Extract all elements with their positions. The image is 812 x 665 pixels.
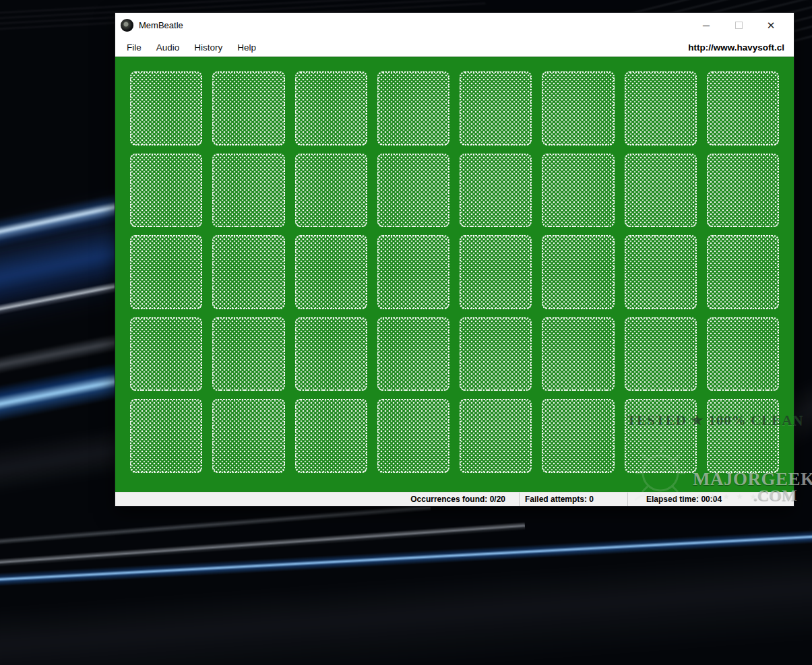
menu-file[interactable]: File xyxy=(119,42,149,53)
memory-card[interactable] xyxy=(377,317,449,391)
memory-card[interactable] xyxy=(130,154,202,228)
memory-card[interactable] xyxy=(295,71,367,146)
menu-items: File Audio History Help xyxy=(119,42,263,53)
memory-card[interactable] xyxy=(130,317,202,391)
memory-card[interactable] xyxy=(377,235,449,309)
memory-card[interactable] xyxy=(625,317,697,391)
window-title: MemBeatle xyxy=(139,20,183,30)
close-button[interactable]: ✕ xyxy=(755,13,787,38)
memory-card[interactable] xyxy=(460,71,532,146)
statusbar: Occurrences found: 0/20 Failed attempts:… xyxy=(115,492,794,506)
memory-card[interactable] xyxy=(377,399,449,473)
maximize-icon xyxy=(735,22,743,29)
memory-card[interactable] xyxy=(707,154,779,228)
memory-card[interactable] xyxy=(707,317,779,391)
occurrences-value: 0/20 xyxy=(490,495,505,504)
memory-card[interactable] xyxy=(130,399,202,473)
menu-help[interactable]: Help xyxy=(230,42,263,53)
wallpaper-streak xyxy=(0,528,812,588)
card-grid xyxy=(115,57,794,492)
memory-card[interactable] xyxy=(625,154,697,228)
memory-card[interactable] xyxy=(212,399,284,473)
menu-history[interactable]: History xyxy=(187,42,230,53)
memory-card[interactable] xyxy=(212,317,284,391)
memory-card[interactable] xyxy=(460,154,532,228)
memory-card[interactable] xyxy=(212,71,284,146)
memory-card[interactable] xyxy=(295,317,367,391)
wallpaper-streak xyxy=(0,522,525,573)
caption-controls: ─ ✕ xyxy=(690,13,787,38)
memory-card[interactable] xyxy=(625,71,697,146)
memory-card[interactable] xyxy=(212,154,284,228)
elapsed-label: Elapsed time: xyxy=(646,495,699,504)
memory-card[interactable] xyxy=(707,235,779,309)
website-link[interactable]: http://www.havysoft.cl xyxy=(688,42,784,53)
desktop-background: MemBeatle ─ ✕ File Audio History Help ht… xyxy=(0,0,812,665)
occurrences-label: Occurrences found: xyxy=(410,495,487,504)
menubar: File Audio History Help http://www.havys… xyxy=(115,38,794,57)
memory-card[interactable] xyxy=(542,154,614,228)
memory-card[interactable] xyxy=(625,399,697,473)
maximize-button[interactable] xyxy=(722,13,755,38)
memory-card[interactable] xyxy=(460,317,532,391)
titlebar-left: MemBeatle xyxy=(121,19,183,32)
titlebar[interactable]: MemBeatle ─ ✕ xyxy=(115,13,794,38)
wallpaper-streak xyxy=(0,546,812,665)
memory-card[interactable] xyxy=(295,399,367,473)
menu-audio[interactable]: Audio xyxy=(149,42,187,53)
memory-card[interactable] xyxy=(707,71,779,146)
memory-card[interactable] xyxy=(542,317,614,391)
memory-card[interactable] xyxy=(707,399,779,473)
memory-card[interactable] xyxy=(212,235,284,309)
memory-card[interactable] xyxy=(542,399,614,473)
memory-card[interactable] xyxy=(377,71,449,146)
memory-card[interactable] xyxy=(625,235,697,309)
failed-label: Failed attempts: xyxy=(525,495,587,504)
memory-card[interactable] xyxy=(542,71,614,146)
minimize-button[interactable]: ─ xyxy=(690,13,722,38)
memory-card[interactable] xyxy=(377,154,449,228)
wallpaper-streak xyxy=(0,504,431,551)
memory-card[interactable] xyxy=(295,235,367,309)
elapsed-value: 00:04 xyxy=(701,495,722,504)
memory-card[interactable] xyxy=(542,235,614,309)
app-icon xyxy=(121,19,133,32)
statusbar-failed: Failed attempts: 0 xyxy=(520,493,627,506)
statusbar-occurrences: Occurrences found: 0/20 xyxy=(115,493,519,506)
memory-card[interactable] xyxy=(130,235,202,309)
memory-card[interactable] xyxy=(130,71,202,146)
memory-card[interactable] xyxy=(460,235,532,309)
memory-card[interactable] xyxy=(460,399,532,473)
memory-card[interactable] xyxy=(295,154,367,228)
statusbar-elapsed: Elapsed time: 00:04 xyxy=(628,493,794,506)
failed-value: 0 xyxy=(589,495,594,504)
membeatle-window: MemBeatle ─ ✕ File Audio History Help ht… xyxy=(115,12,794,507)
